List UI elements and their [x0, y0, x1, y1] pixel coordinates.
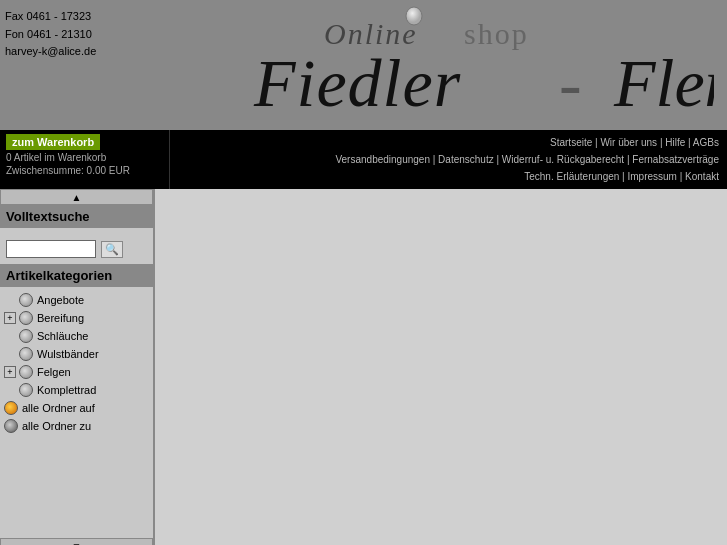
cart-items-count: 0 Artikel im Warenkorb — [6, 152, 163, 163]
folder-close-icon — [4, 419, 18, 433]
contact-info: Fax 0461 - 17323 Fon 0461 - 21310 harvey… — [0, 0, 130, 130]
category-item-felgen[interactable]: + Felgen — [0, 363, 153, 381]
nav-panel: Startseite | Wir über uns | Hilfe | AGBs… — [170, 130, 727, 189]
cat-label-angebote: Angebote — [37, 294, 84, 306]
cat-label-felgen: Felgen — [37, 366, 71, 378]
folder-open-icon — [4, 401, 18, 415]
svg-text:shop: shop — [464, 17, 529, 50]
cat-icon-wulstbaender — [19, 347, 33, 361]
folders-close[interactable]: alle Ordner zu — [0, 417, 153, 435]
navbar: zum Warenkorb 0 Artikel im Warenkorb Zwi… — [0, 130, 727, 189]
nav-row-2: Versandbedingungen | Datenschutz | Wider… — [178, 151, 719, 168]
fon-text: Fon 0461 - 21310 — [5, 26, 125, 44]
nav-row-1: Startseite | Wir über uns | Hilfe | AGBs — [178, 134, 719, 151]
nav-row-3: Techn. Erläuterungen | Impressum | Konta… — [178, 168, 719, 185]
fax-text: Fax 0461 - 17323 — [5, 8, 125, 26]
email-text: harvey-k@alice.de — [5, 43, 125, 61]
search-section-title: Volltextsuche — [0, 205, 153, 228]
cat-icon-bereifung — [19, 311, 33, 325]
logo-container: Online shop Fiedler — [154, 6, 704, 124]
cat-icon-komplettrad — [19, 383, 33, 397]
svg-text:Flensb: Flensb — [613, 45, 714, 121]
category-item-schlaeuche[interactable]: Schläuche — [0, 327, 153, 345]
main-content — [155, 189, 727, 545]
category-item-bereifung[interactable]: + Bereifung — [0, 309, 153, 327]
sidebar-scroll-down[interactable]: ▼ — [0, 538, 153, 545]
category-item-komplettrad[interactable]: Komplettrad — [0, 381, 153, 399]
cat-icon-schlaeuche — [19, 329, 33, 343]
expand-bereifung[interactable]: + — [4, 312, 16, 324]
folder-close-label: alle Ordner zu — [22, 420, 91, 432]
search-area: 🔍 — [0, 234, 153, 264]
categories-title: Artikelkategorien — [0, 264, 153, 287]
cart-subtotal: Zwischensumme: 0.00 EUR — [6, 165, 163, 176]
sidebar-scroll-up[interactable]: ▲ — [0, 189, 153, 205]
search-input[interactable] — [6, 240, 96, 258]
search-button[interactable]: 🔍 — [101, 241, 123, 258]
folder-open-label: alle Ordner auf — [22, 402, 95, 414]
cat-label-komplettrad: Komplettrad — [37, 384, 96, 396]
cat-label-schlaeuche: Schläuche — [37, 330, 88, 342]
cat-icon-felgen — [19, 365, 33, 379]
cat-icon-angebote — [19, 293, 33, 307]
cat-label-bereifung: Bereifung — [37, 312, 84, 324]
svg-text:Fiedler: Fiedler — [253, 45, 461, 121]
svg-text:-: - — [559, 45, 582, 121]
svg-point-1 — [406, 7, 422, 25]
category-item-wulstbaender[interactable]: Wulstbänder — [0, 345, 153, 363]
folders-open[interactable]: alle Ordner auf — [0, 399, 153, 417]
logo-svg: Online shop Fiedler — [154, 6, 714, 121]
cart-button[interactable]: zum Warenkorb — [6, 134, 100, 150]
expand-felgen[interactable]: + — [4, 366, 16, 378]
sidebar: ▲ Volltextsuche 🔍 Artikelkategorien Ange… — [0, 189, 155, 545]
logo-area: Online shop Fiedler — [130, 0, 727, 130]
cart-panel: zum Warenkorb 0 Artikel im Warenkorb Zwi… — [0, 130, 170, 189]
cat-label-wulstbaender: Wulstbänder — [37, 348, 99, 360]
category-item-angebote[interactable]: Angebote — [0, 291, 153, 309]
